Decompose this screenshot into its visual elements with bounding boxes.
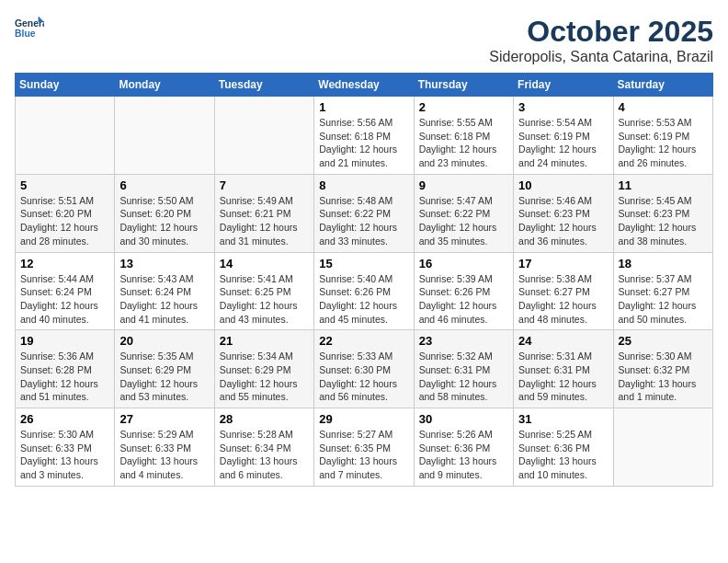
day-number: 6: [119, 178, 209, 192]
calendar-cell: 28Sunrise: 5:28 AM Sunset: 6:34 PM Dayli…: [214, 408, 313, 487]
calendar-cell: 6Sunrise: 5:50 AM Sunset: 6:20 PM Daylig…: [115, 174, 214, 252]
day-info: Sunrise: 5:37 AM Sunset: 6:27 PM Dayligh…: [619, 272, 708, 327]
day-number: 8: [319, 178, 408, 192]
day-number: 22: [319, 334, 408, 348]
week-row-2: 5Sunrise: 5:51 AM Sunset: 6:20 PM Daylig…: [16, 174, 713, 252]
day-info: Sunrise: 5:32 AM Sunset: 6:31 PM Dayligh…: [419, 350, 508, 404]
day-info: Sunrise: 5:25 AM Sunset: 6:36 PM Dayligh…: [518, 428, 608, 482]
day-number: 4: [619, 100, 708, 114]
day-number: 20: [119, 334, 209, 348]
calendar-subtitle: Sideropolis, Santa Catarina, Brazil: [489, 49, 713, 65]
day-number: 13: [119, 257, 209, 270]
logo: General Blue: [15, 15, 44, 40]
calendar-cell: 21Sunrise: 5:34 AM Sunset: 6:29 PM Dayli…: [214, 330, 313, 408]
calendar-cell: 1Sunrise: 5:56 AM Sunset: 6:18 PM Daylig…: [314, 97, 414, 175]
calendar-cell: 15Sunrise: 5:40 AM Sunset: 6:26 PM Dayli…: [314, 252, 414, 330]
day-info: Sunrise: 5:47 AM Sunset: 6:22 PM Dayligh…: [419, 194, 508, 248]
calendar-cell: [115, 97, 214, 175]
day-info: Sunrise: 5:50 AM Sunset: 6:20 PM Dayligh…: [119, 194, 209, 248]
day-number: 27: [119, 412, 209, 426]
day-number: 17: [518, 257, 608, 270]
calendar-cell: 9Sunrise: 5:47 AM Sunset: 6:22 PM Daylig…: [414, 174, 513, 252]
day-info: Sunrise: 5:33 AM Sunset: 6:30 PM Dayligh…: [319, 350, 408, 404]
week-row-5: 26Sunrise: 5:30 AM Sunset: 6:33 PM Dayli…: [16, 408, 713, 487]
day-number: 21: [220, 334, 309, 348]
day-info: Sunrise: 5:56 AM Sunset: 6:18 PM Dayligh…: [319, 116, 408, 170]
day-number: 7: [220, 178, 309, 192]
day-info: Sunrise: 5:49 AM Sunset: 6:21 PM Dayligh…: [220, 194, 309, 248]
logo-icon: General Blue: [15, 15, 44, 40]
day-number: 9: [419, 178, 508, 192]
calendar-cell: [214, 97, 313, 175]
calendar-cell: 17Sunrise: 5:38 AM Sunset: 6:27 PM Dayli…: [514, 252, 613, 330]
page-header: General Blue October 2025 Sideropolis, S…: [15, 15, 713, 65]
calendar-cell: 2Sunrise: 5:55 AM Sunset: 6:18 PM Daylig…: [414, 97, 513, 175]
day-number: 3: [518, 100, 608, 114]
calendar-cell: [16, 97, 115, 175]
day-number: 11: [619, 178, 708, 192]
day-number: 5: [20, 178, 109, 192]
calendar-cell: 20Sunrise: 5:35 AM Sunset: 6:29 PM Dayli…: [115, 330, 214, 408]
calendar-table: SundayMondayTuesdayWednesdayThursdayFrid…: [15, 73, 713, 487]
calendar-cell: 29Sunrise: 5:27 AM Sunset: 6:35 PM Dayli…: [314, 408, 414, 487]
calendar-cell: 4Sunrise: 5:53 AM Sunset: 6:19 PM Daylig…: [613, 97, 712, 175]
day-info: Sunrise: 5:39 AM Sunset: 6:26 PM Dayligh…: [419, 272, 508, 327]
day-info: Sunrise: 5:40 AM Sunset: 6:26 PM Dayligh…: [319, 272, 408, 327]
day-info: Sunrise: 5:54 AM Sunset: 6:19 PM Dayligh…: [518, 116, 608, 170]
day-number: 1: [319, 100, 408, 114]
day-number: 16: [419, 257, 508, 270]
calendar-cell: 13Sunrise: 5:43 AM Sunset: 6:24 PM Dayli…: [115, 252, 214, 330]
day-info: Sunrise: 5:29 AM Sunset: 6:33 PM Dayligh…: [119, 428, 209, 482]
day-info: Sunrise: 5:28 AM Sunset: 6:34 PM Dayligh…: [220, 428, 309, 482]
day-info: Sunrise: 5:48 AM Sunset: 6:22 PM Dayligh…: [319, 194, 408, 248]
calendar-cell: 16Sunrise: 5:39 AM Sunset: 6:26 PM Dayli…: [414, 252, 513, 330]
day-number: 30: [419, 412, 508, 426]
day-info: Sunrise: 5:45 AM Sunset: 6:23 PM Dayligh…: [619, 194, 708, 248]
calendar-cell: 11Sunrise: 5:45 AM Sunset: 6:23 PM Dayli…: [613, 174, 712, 252]
calendar-cell: 18Sunrise: 5:37 AM Sunset: 6:27 PM Dayli…: [613, 252, 712, 330]
day-header-sunday: Sunday: [16, 74, 115, 97]
day-info: Sunrise: 5:26 AM Sunset: 6:36 PM Dayligh…: [419, 428, 508, 482]
week-row-4: 19Sunrise: 5:36 AM Sunset: 6:28 PM Dayli…: [16, 330, 713, 408]
day-info: Sunrise: 5:53 AM Sunset: 6:19 PM Dayligh…: [619, 116, 708, 170]
day-info: Sunrise: 5:51 AM Sunset: 6:20 PM Dayligh…: [20, 194, 109, 248]
day-info: Sunrise: 5:55 AM Sunset: 6:18 PM Dayligh…: [419, 116, 508, 170]
day-header-thursday: Thursday: [414, 74, 513, 97]
day-number: 18: [619, 257, 708, 270]
day-number: 31: [518, 412, 608, 426]
day-info: Sunrise: 5:46 AM Sunset: 6:23 PM Dayligh…: [518, 194, 608, 248]
calendar-cell: 7Sunrise: 5:49 AM Sunset: 6:21 PM Daylig…: [214, 174, 313, 252]
calendar-cell: 19Sunrise: 5:36 AM Sunset: 6:28 PM Dayli…: [16, 330, 115, 408]
calendar-cell: 23Sunrise: 5:32 AM Sunset: 6:31 PM Dayli…: [414, 330, 513, 408]
day-number: 19: [20, 334, 109, 348]
day-header-wednesday: Wednesday: [314, 74, 414, 97]
day-info: Sunrise: 5:31 AM Sunset: 6:31 PM Dayligh…: [518, 350, 608, 404]
calendar-cell: 27Sunrise: 5:29 AM Sunset: 6:33 PM Dayli…: [115, 408, 214, 487]
calendar-cell: 31Sunrise: 5:25 AM Sunset: 6:36 PM Dayli…: [514, 408, 613, 487]
day-number: 28: [220, 412, 309, 426]
week-row-1: 1Sunrise: 5:56 AM Sunset: 6:18 PM Daylig…: [16, 97, 713, 175]
calendar-cell: 30Sunrise: 5:26 AM Sunset: 6:36 PM Dayli…: [414, 408, 513, 487]
day-info: Sunrise: 5:35 AM Sunset: 6:29 PM Dayligh…: [119, 350, 209, 404]
svg-text:Blue: Blue: [15, 29, 36, 39]
day-info: Sunrise: 5:34 AM Sunset: 6:29 PM Dayligh…: [220, 350, 309, 404]
calendar-cell: 25Sunrise: 5:30 AM Sunset: 6:32 PM Dayli…: [613, 330, 712, 408]
day-info: Sunrise: 5:30 AM Sunset: 6:32 PM Dayligh…: [619, 350, 708, 404]
week-row-3: 12Sunrise: 5:44 AM Sunset: 6:24 PM Dayli…: [16, 252, 713, 330]
day-number: 2: [419, 100, 508, 114]
day-info: Sunrise: 5:38 AM Sunset: 6:27 PM Dayligh…: [518, 272, 608, 327]
calendar-cell: 14Sunrise: 5:41 AM Sunset: 6:25 PM Dayli…: [214, 252, 313, 330]
calendar-cell: 26Sunrise: 5:30 AM Sunset: 6:33 PM Dayli…: [16, 408, 115, 487]
title-block: October 2025 Sideropolis, Santa Catarina…: [489, 15, 713, 65]
header-row: SundayMondayTuesdayWednesdayThursdayFrid…: [16, 74, 713, 97]
day-info: Sunrise: 5:36 AM Sunset: 6:28 PM Dayligh…: [20, 350, 109, 404]
day-number: 25: [619, 334, 708, 348]
day-number: 24: [518, 334, 608, 348]
day-header-tuesday: Tuesday: [214, 74, 313, 97]
day-info: Sunrise: 5:41 AM Sunset: 6:25 PM Dayligh…: [220, 272, 309, 327]
day-info: Sunrise: 5:30 AM Sunset: 6:33 PM Dayligh…: [20, 428, 109, 482]
calendar-cell: 24Sunrise: 5:31 AM Sunset: 6:31 PM Dayli…: [514, 330, 613, 408]
calendar-cell: 12Sunrise: 5:44 AM Sunset: 6:24 PM Dayli…: [16, 252, 115, 330]
day-number: 10: [518, 178, 608, 192]
day-number: 26: [20, 412, 109, 426]
